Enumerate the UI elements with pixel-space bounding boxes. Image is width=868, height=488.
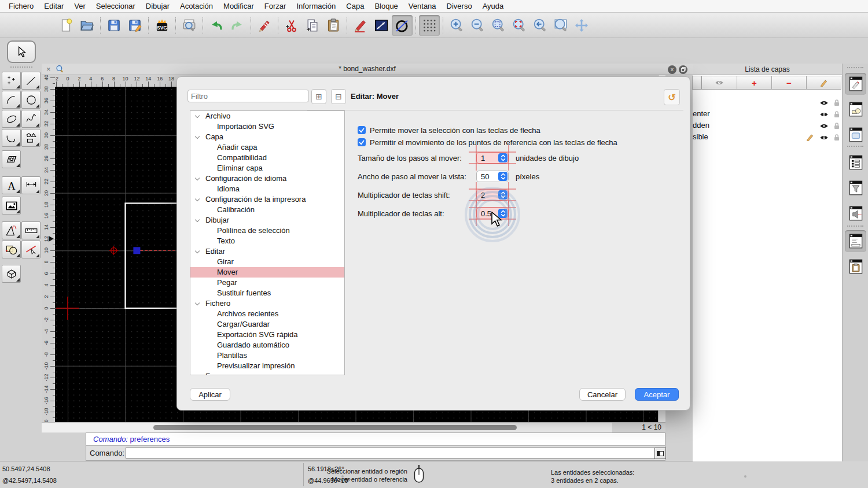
layer-row[interactable]	[693, 97, 842, 108]
zoom-pan-icon[interactable]	[571, 15, 592, 36]
points-tool-icon[interactable]	[2, 72, 21, 90]
checkbox-row[interactable]: Permite mover la selección con las tecla…	[358, 125, 540, 135]
palette-handle[interactable]	[10, 66, 32, 68]
shapes-tool-icon[interactable]	[21, 129, 41, 147]
chevron-down-icon[interactable]	[195, 176, 200, 180]
tree-item-archivo[interactable]: Archivo	[190, 111, 344, 121]
layer-row[interactable]: dden	[693, 120, 842, 131]
tree-item-plantillas[interactable]: Plantillas	[190, 350, 344, 361]
dock-command-line-icon[interactable]	[845, 230, 866, 252]
tree-item-forzar[interactable]: Forzar	[190, 371, 344, 375]
copy-icon[interactable]	[302, 15, 323, 36]
circle-tool-icon[interactable]	[392, 15, 413, 36]
dock-handle[interactable]	[847, 67, 863, 68]
chevron-down-icon[interactable]	[195, 197, 200, 201]
tree-item-capa[interactable]: Capa	[190, 132, 344, 142]
chevron-down-icon[interactable]	[195, 249, 200, 253]
checkbox-checked-icon[interactable]	[358, 126, 366, 134]
stepper-icon[interactable]	[498, 190, 507, 199]
zoom-auto-icon[interactable]	[488, 15, 509, 36]
layer-edit-icon[interactable]	[806, 133, 814, 145]
tree-item-guardado-autom-tico[interactable]: Guardado automático	[190, 340, 344, 350]
line-tool-icon[interactable]	[21, 72, 41, 90]
apply-button[interactable]: Aplicar	[190, 388, 230, 401]
expand-all-icon[interactable]: ⊞	[311, 89, 326, 104]
spinbox-3[interactable]: 2	[476, 189, 509, 201]
tree-item-sustituir-fuentes[interactable]: Sustituir fuentes	[190, 288, 344, 298]
tree-item-polil-nea-de-selecci-n[interactable]: Polilínea de selección	[190, 225, 344, 236]
zoom-previous-icon[interactable]	[529, 15, 550, 36]
cancel-button[interactable]: Cancelar	[579, 388, 626, 401]
delete-icon[interactable]	[254, 15, 275, 36]
checkbox-checked-icon[interactable]	[358, 138, 366, 146]
measure-tool-icon[interactable]	[2, 221, 21, 239]
svg-import-icon[interactable]: SVG	[152, 15, 172, 36]
stepper-icon[interactable]	[498, 172, 507, 181]
menu-item-ver[interactable]: Ver	[69, 2, 91, 10]
accept-button[interactable]: Aceptar	[635, 388, 679, 401]
paste-icon[interactable]	[323, 15, 344, 36]
chevron-down-icon[interactable]	[195, 374, 200, 375]
tree-item-importaci-n-svg[interactable]: Importación SVG	[190, 121, 344, 132]
dimension-tool-icon[interactable]	[21, 176, 41, 194]
menu-item-editar[interactable]: Editar	[39, 2, 69, 10]
redo-icon[interactable]	[227, 15, 248, 36]
dock-library-browser-icon[interactable]	[845, 124, 866, 146]
ellipse-tool-icon[interactable]	[2, 110, 21, 128]
dock-clipboard-icon[interactable]	[845, 256, 866, 278]
menu-item-diverso[interactable]: Diverso	[442, 2, 477, 10]
select-tool-button[interactable]	[7, 40, 36, 63]
tree-item-exportaci-n-svg-r-pida[interactable]: Exportación SVG rápida	[190, 330, 344, 340]
spinbox-2[interactable]: 50	[476, 171, 509, 182]
new-file-icon[interactable]	[56, 15, 76, 36]
window-close-icon[interactable]: ×	[668, 65, 676, 74]
cut-icon[interactable]	[281, 15, 302, 36]
add-layer-icon[interactable]: +	[737, 76, 772, 90]
selection-handle[interactable]	[133, 247, 140, 254]
window-float-icon[interactable]	[679, 65, 687, 74]
tree-item-pegar[interactable]: Pegar	[190, 278, 344, 288]
menu-item-modificar[interactable]: Modificar	[218, 2, 259, 10]
menu-item-ventana[interactable]: Ventana	[403, 2, 442, 10]
menu-item-fichero[interactable]: Fichero	[3, 2, 39, 10]
dock-layer-list-icon[interactable]	[845, 73, 866, 95]
dock-quick-info-icon[interactable]	[845, 202, 866, 224]
command-dock-toggle-icon[interactable]	[654, 448, 666, 459]
tree-item-eliminar-capa[interactable]: Eliminar capa	[190, 163, 344, 173]
tree-item-previsualizar-impresi-n[interactable]: Previsualizar impresión	[190, 361, 344, 371]
chevron-down-icon[interactable]	[195, 217, 200, 222]
tree-item-cargar-guardar[interactable]: Cargar/Guardar	[190, 319, 344, 330]
tree-item-texto[interactable]: Texto	[190, 236, 344, 246]
print-preview-icon[interactable]	[179, 15, 200, 36]
scrollbar-thumb[interactable]	[153, 425, 517, 430]
ruler-tool-icon[interactable]	[21, 221, 41, 239]
save-icon[interactable]	[104, 15, 124, 36]
save-as-icon[interactable]	[124, 15, 145, 36]
menu-item-forzar[interactable]: Forzar	[259, 2, 292, 10]
menu-item-dibujar[interactable]: Dibujar	[141, 2, 175, 10]
menu-item-ayuda[interactable]: Ayuda	[477, 2, 509, 10]
tree-item-dibujar[interactable]: Dibujar	[190, 215, 344, 225]
horizontal-scrollbar[interactable]: 1 < 10	[42, 422, 665, 432]
collapse-all-icon[interactable]: ⊟	[331, 89, 346, 104]
tree-item-girar[interactable]: Girar	[190, 257, 344, 267]
draw-pen-icon[interactable]	[350, 15, 371, 36]
tree-item-archivos-recientes[interactable]: Archivos recientes	[190, 309, 344, 319]
text-tool-icon[interactable]: A	[2, 176, 21, 194]
reset-defaults-button[interactable]: ↺	[664, 89, 680, 105]
layer-row[interactable]: sible	[693, 131, 842, 143]
filter-input[interactable]	[187, 90, 309, 102]
tree-item-configuraci-n-de-la-impresora[interactable]: Configuración de la impresora	[190, 194, 344, 205]
zoom-out-icon[interactable]	[467, 15, 488, 36]
image-tool-icon[interactable]	[2, 197, 21, 215]
undo-icon[interactable]	[206, 15, 227, 36]
hatch-tool-icon[interactable]	[2, 150, 21, 168]
layer-visibility-icon[interactable]	[819, 133, 829, 145]
layer-row[interactable]: enter	[693, 108, 842, 120]
tree-item-editar[interactable]: Editar	[190, 246, 344, 257]
dock-selection-filter-icon[interactable]	[845, 177, 866, 199]
stepper-icon[interactable]	[498, 153, 507, 162]
stub-icon[interactable]	[692, 76, 701, 90]
dock-entity-list-icon[interactable]	[845, 151, 866, 173]
chevron-down-icon[interactable]	[195, 134, 200, 139]
